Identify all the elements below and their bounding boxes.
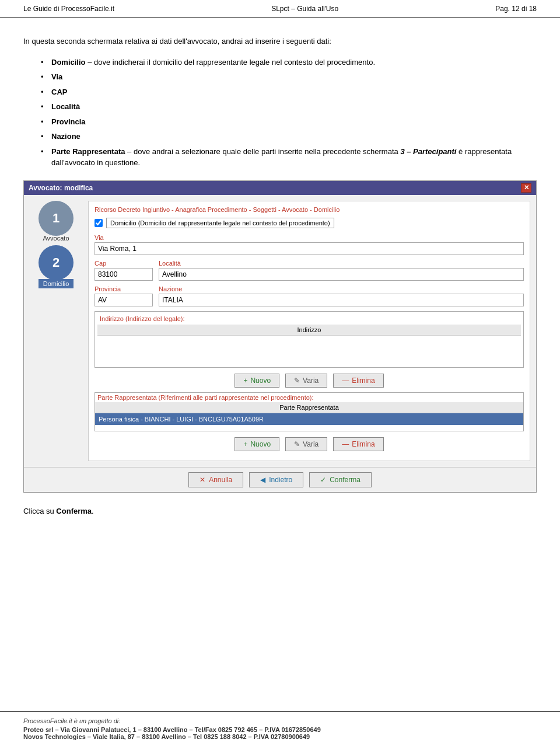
bullet-parte-bold: Parte Rappresentata [51,147,125,156]
page-header: Le Guide di ProcessoFacile.it SLpct – Gu… [0,0,560,18]
list-item: Domicilio – dove indicherai il domicilio… [41,57,537,68]
provincia-nazione-row: Provincia Nazione [94,285,524,306]
form-breadcrumb: Ricorso Decreto Ingiuntivo - Anagrafica … [94,206,524,213]
indirizzo-varia-label: Varia [303,377,318,385]
dialog-close-button[interactable]: ✕ [521,183,531,193]
bullet-domicilio-text: – dove indicherai il domicilio del rappr… [88,58,375,67]
localita-label: Località [159,260,524,267]
domicilio-checkbox[interactable] [94,219,103,227]
bottom-text-paragraph: Clicca su Conferma. [23,507,537,515]
header-center: SLpct – Guida all'Uso [271,5,338,13]
page-footer: ProcessoFacile.it è un progetto di: Prot… [0,711,560,746]
parte-table-body: Persona fisica - BIANCHI - LUIGI - BNCLG… [95,413,523,431]
x-icon: ✕ [200,476,205,484]
step-2-item: 2 Domicilio [38,245,74,288]
check-icon: ✓ [320,476,326,484]
indirizzo-table-header: Indirizzo [97,325,521,336]
plus-icon-2: + [243,440,247,448]
back-icon: ◀ [260,476,265,484]
bullet-localita-bold: Località [51,102,80,111]
indirizzo-varia-button[interactable]: ✎ Varia [285,374,327,388]
indirizzo-elimina-label: Elimina [352,377,374,385]
parte-varia-label: Varia [303,440,318,448]
minus-icon: — [342,377,349,385]
domicilio-checkbox-label: Domicilio (Domicilio del rappresentante … [106,218,334,228]
dialog-footer-buttons: ✕ Annulla ◀ Indietro ✓ Conferma [24,467,536,492]
step-1-circle: 1 [38,201,74,236]
conferma-button[interactable]: ✓ Conferma [309,472,372,487]
provincia-col: Provincia [94,285,153,306]
step-1-number: 1 [52,211,60,226]
bullet-list: Domicilio – dove indicherai il domicilio… [41,57,537,169]
indirizzo-section: Indirizzo (Indirizzo del legale): Indiri… [94,311,524,368]
bullet-parte-italic: 3 – Partecipanti [400,147,456,156]
parte-varia-button[interactable]: ✎ Varia [285,437,327,451]
list-item: Via [41,71,537,83]
step-2-number: 2 [52,255,60,270]
indirizzo-button-row: + Nuovo ✎ Varia — Elimina [94,374,524,388]
dialog-body: 1 Avvocato 2 Domicilio Ricorso Decreto I… [24,195,536,467]
indirizzo-nuovo-label: Nuovo [250,377,271,385]
provincia-label: Provincia [94,285,153,292]
step-1-label: Avvocato [43,235,69,242]
step-2-circle: 2 [38,245,74,280]
dialog-title: Avvocato: modifica [29,184,93,192]
parte-nuovo-button[interactable]: + Nuovo [235,437,279,451]
minus-icon-2: — [342,440,349,448]
via-input[interactable] [94,242,524,255]
bullet-nazione-bold: Nazione [51,132,80,141]
indietro-button[interactable]: ◀ Indietro [249,472,303,487]
indietro-label: Indietro [269,476,292,484]
parte-table-header: Parte Rappresentata [95,402,523,413]
form-area: Ricorso Decreto Ingiuntivo - Anagrafica … [88,201,530,461]
list-item: Provincia [41,116,537,128]
list-item: CAP [41,86,537,98]
nazione-col: Nazione [159,285,524,306]
conferma-label: Conferma [330,476,360,484]
dialog-window: Avvocato: modifica ✕ 1 Avvocato 2 Domici… [23,180,537,493]
parte-section: Parte Rappresentata (Riferimenti alle pa… [94,392,524,431]
intro-text: In questa seconda schermata relativa ai … [23,36,537,47]
steps-sidebar: 1 Avvocato 2 Domicilio [30,201,82,461]
main-content: In questa seconda schermata relativa ai … [0,18,560,609]
cap-localita-row: Cap Località [94,260,524,281]
annulla-button[interactable]: ✕ Annulla [188,472,243,487]
nazione-input[interactable] [159,294,524,306]
parte-elimina-button[interactable]: — Elimina [333,437,383,451]
indirizzo-section-label: Indirizzo (Indirizzo del legale): [97,314,521,323]
localita-input[interactable] [159,268,524,281]
provincia-input[interactable] [94,294,153,306]
footer-line2: Proteo srl – Via Giovanni Palatucci, 1 –… [23,726,537,733]
cap-label: Cap [94,260,153,267]
pencil-icon: ✎ [294,377,300,385]
bullet-provincia-bold: Provincia [51,117,86,126]
cap-input[interactable] [94,268,153,281]
via-label: Via [94,234,524,241]
parte-button-row: + Nuovo ✎ Varia — Elimina [94,437,524,451]
checkbox-row: Domicilio (Domicilio del rappresentante … [94,218,524,228]
bottom-text-bold: Conferma [56,507,92,515]
header-left: Le Guide di ProcessoFacile.it [23,5,114,13]
bullet-cap-bold: CAP [51,88,67,96]
footer-line1: ProcessoFacile.it è un progetto di: [23,717,537,724]
indirizzo-table-body [97,336,521,365]
localita-col: Località [159,260,524,281]
plus-icon: + [243,377,247,385]
step-2-label: Domicilio [38,279,74,288]
pencil-icon-2: ✎ [294,440,300,448]
parte-selected-row[interactable]: Persona fisica - BIANCHI - LUIGI - BNCLG… [95,413,523,425]
step-1-item: 1 Avvocato [38,201,74,242]
list-item: Località [41,101,537,113]
list-item: Parte Rappresentata – dove andrai a sele… [41,146,537,169]
footer-line3: Novos Technologies – Viale Italia, 87 – … [23,733,537,740]
indirizzo-nuovo-button[interactable]: + Nuovo [235,374,279,388]
bullet-domicilio-bold: Domicilio [51,58,86,67]
bottom-text-period: . [92,507,94,515]
bullet-parte-text1: – dove andrai a selezionare quale delle … [127,147,400,156]
bottom-text-prefix: Clicca su [23,507,56,515]
header-right: Pag. 12 di 18 [495,5,537,13]
parte-nuovo-label: Nuovo [250,440,271,448]
indirizzo-elimina-button[interactable]: — Elimina [333,374,383,388]
dialog-titlebar: Avvocato: modifica ✕ [24,181,536,195]
list-item: Nazione [41,131,537,142]
